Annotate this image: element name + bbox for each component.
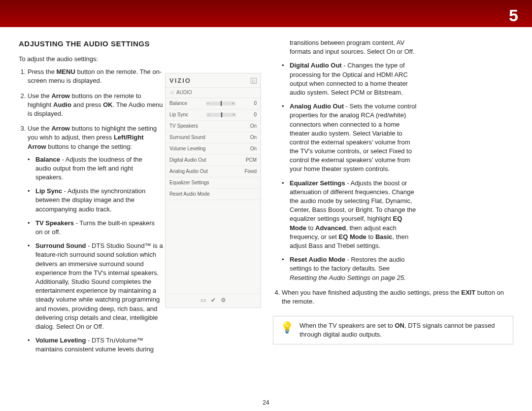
menu-row-value: 0 — [254, 111, 257, 118]
bullet-balance: Balance - Adjusts the loudness of the au… — [28, 155, 156, 182]
menu-row: Digital Audio OutPCM — [166, 155, 261, 166]
menu-row-value: On — [250, 134, 257, 141]
menu-rows: Balance−+0Lip Sync−+0TV SpeakersOnSurrou… — [166, 98, 261, 200]
menu-spacer — [166, 200, 261, 294]
menu-row-label: Equalizer Settings — [169, 179, 209, 186]
home-icon — [251, 78, 257, 84]
menu-row-label: Digital Audio Out — [169, 157, 206, 164]
step-2: Use the Arrow buttons on the remote to h… — [28, 92, 166, 119]
menu-row-value: On — [250, 145, 257, 152]
menu-row-label: TV Speakers — [169, 123, 198, 130]
step-4: When you have finished adjusting the aud… — [282, 288, 513, 306]
vizio-logo: VIZIO — [169, 76, 191, 85]
menu-row-value: Fixed — [245, 168, 257, 175]
menu-row: TV SpeakersOn — [166, 121, 261, 132]
step-1: Press the MENU button on the remote. The… — [28, 68, 166, 85]
onscreen-menu: VIZIO ◁ AUDIO Balance−+0Lip Sync−+0TV Sp… — [165, 73, 261, 308]
menu-row-label: Lip Sync — [169, 111, 188, 118]
note-text: When the TV speakers are set to ON, DTS … — [299, 321, 506, 339]
menu-row: Volume LevelingOn — [166, 143, 261, 155]
slider: −+ — [206, 113, 236, 117]
lightbulb-icon: 💡 — [280, 322, 294, 333]
menu-row-label: Surround Sound — [169, 134, 205, 141]
page-number: 24 — [263, 399, 269, 407]
intro-text: To adjust the audio settings: — [19, 55, 259, 64]
bullet-analog-audio-out: Analog Audio Out - Sets the volume contr… — [282, 102, 418, 174]
bullet-tv-speakers: TV Speakers - Turns the built-in speaker… — [28, 219, 156, 237]
menu-row: Analog Audio OutFixed — [166, 166, 261, 177]
menu-row: Reset Audio Mode — [166, 189, 261, 200]
menu-row: Lip Sync−+0 — [166, 109, 261, 121]
note-box: 💡 When the TV speakers are set to ON, DT… — [273, 316, 513, 344]
menu-row: Surround SoundOn — [166, 132, 261, 143]
menu-section-label: AUDIO — [176, 89, 192, 96]
menu-row-value: PCM — [246, 157, 257, 164]
chevron-left-icon: ◁ — [169, 89, 173, 96]
menu-row-label: Balance — [169, 100, 187, 107]
chapter-band: 5 — [0, 0, 532, 27]
slider: −+ — [206, 102, 235, 105]
bullet-reset-audio-mode: Reset Audio Mode - Restores the audio se… — [282, 255, 418, 282]
menu-row: Balance−+0 — [166, 98, 261, 109]
menu-header: VIZIO — [166, 73, 261, 87]
bullet-equalizer-settings: Equalizer Settings - Adjusts the boost o… — [282, 179, 418, 251]
chapter-number: 5 — [509, 4, 518, 28]
bullet-lip-sync: Lip Sync - Adjusts the synchronization b… — [28, 187, 156, 214]
menu-row-value: On — [250, 123, 257, 130]
menu-row: Equalizer Settings — [166, 177, 261, 189]
section-heading: ADJUSTING THE AUDIO SETTINGS — [19, 38, 259, 49]
gear-icon: ⚙ — [221, 296, 226, 305]
menu-row-value: 0 — [254, 100, 257, 107]
wide-icon: ▭ — [200, 296, 206, 305]
menu-row-label: Analog Audio Out — [169, 168, 208, 175]
steps-list: Press the MENU button on the remote. The… — [28, 38, 513, 354]
menu-row-label: Volume Leveling — [169, 145, 205, 152]
vizio-v-icon: ✔ — [211, 296, 216, 305]
page-body: ADJUSTING THE AUDIO SETTINGS To adjust t… — [19, 38, 513, 397]
menu-section: ◁ AUDIO — [166, 87, 261, 98]
bullet-surround-sound: Surround Sound - DTS Studio Sound™ is a … — [28, 241, 164, 331]
menu-row-label: Reset Audio Mode — [169, 191, 210, 198]
menu-footer: ▭ ✔ ⚙ — [166, 294, 261, 308]
bullet-digital-audio-out: Digital Audio Out - Changes the type of … — [282, 61, 418, 97]
